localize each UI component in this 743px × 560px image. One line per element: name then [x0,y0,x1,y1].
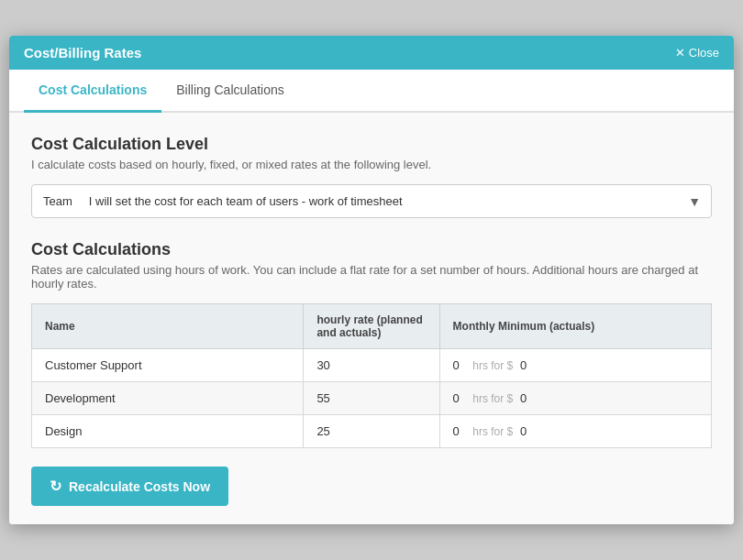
cost-calculation-level-desc: I calculate costs based on hourly, fixed… [31,158,712,171]
cost-billing-rates-modal: Cost/Billing Rates ✕ Close Cost Calculat… [9,36,734,524]
cost-calculations-section: Cost Calculations Rates are calculated u… [31,240,712,448]
row-hourly-development: 55 [304,382,439,415]
min-hrs: 0 [453,391,460,405]
recalculate-costs-button[interactable]: ↻ Recalculate Costs Now [31,467,228,506]
row-monthly-design: 0 hrs for $ 0 [439,415,711,448]
row-name-design: Design [32,415,304,448]
cost-calculation-level-title: Cost Calculation Level [31,135,712,154]
min-hrs: 0 [453,358,460,372]
row-hourly-design: 25 [304,415,439,448]
close-label: Close [689,46,719,60]
cost-calculation-level-section: Cost Calculation Level I calculate costs… [31,135,712,218]
modal-header: Cost/Billing Rates ✕ Close [9,36,734,70]
row-hourly-customer-support: 30 [304,349,439,382]
table-row: Customer Support 30 0 hrs for $ 0 [32,349,712,382]
recalculate-icon: ↻ [50,478,61,495]
col-header-name: Name [32,304,304,349]
tab-cost-calculations[interactable]: Cost Calculations [24,70,161,113]
hrs-for-label: hrs for $ [472,359,513,372]
cost-calculations-title: Cost Calculations [31,240,712,259]
team-select-wrapper: Team I will set the cost for each team o… [31,184,712,218]
min-hrs: 0 [453,424,460,438]
table-header-row: Name hourly rate (planned and actuals) M… [32,304,712,349]
row-monthly-customer-support: 0 hrs for $ 0 [439,349,711,382]
min-amount: 0 [520,391,527,405]
tab-billing-calculations[interactable]: Billing Calculations [161,70,299,113]
table-row: Development 55 0 hrs for $ 0 [32,382,712,415]
modal-body: Cost Calculation Level I calculate costs… [9,113,734,524]
row-name-customer-support: Customer Support [32,349,304,382]
row-monthly-development: 0 hrs for $ 0 [439,382,711,415]
table-row: Design 25 0 hrs for $ 0 [32,415,712,448]
hrs-for-label: hrs for $ [472,425,513,438]
col-header-hourly: hourly rate (planned and actuals) [304,304,439,349]
min-amount: 0 [520,424,527,438]
recalculate-label: Recalculate Costs Now [69,479,210,494]
cost-calculations-desc: Rates are calculated using hours of work… [31,263,712,291]
tab-bar: Cost Calculations Billing Calculations [9,70,734,113]
row-name-development: Development [32,382,304,415]
cost-table: Name hourly rate (planned and actuals) M… [31,303,712,448]
hrs-for-label: hrs for $ [472,392,513,405]
col-header-monthly: Monthly Minimum (actuals) [439,304,711,349]
close-button[interactable]: ✕ Close [675,46,719,60]
modal-title: Cost/Billing Rates [24,45,141,60]
close-icon: ✕ [675,46,685,60]
min-amount: 0 [520,358,527,372]
team-select[interactable]: Team I will set the cost for each team o… [31,184,712,218]
